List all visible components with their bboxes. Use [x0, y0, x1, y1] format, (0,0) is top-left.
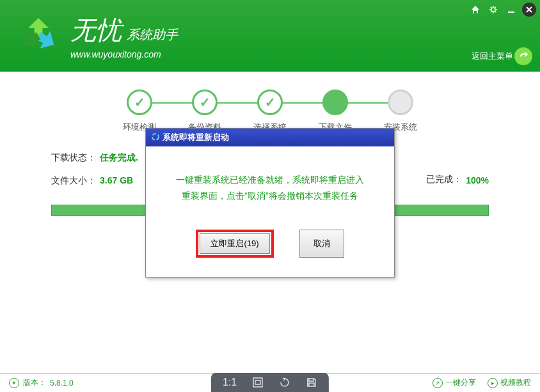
download-status-label: 下载状态：	[51, 152, 96, 164]
step-backup: ✓ 备份资料	[188, 90, 221, 133]
share-icon: ↗	[433, 378, 443, 388]
logo-main-text: 无忧	[70, 13, 122, 48]
cancel-button[interactable]: 取消	[299, 230, 344, 258]
minimize-icon[interactable]	[504, 3, 518, 17]
step-install: 安装系统	[384, 90, 417, 133]
progress-steps: ✓ 环境检测 ✓ 备份资料 ✓ 选择系统 下载文件 安装系统	[0, 90, 540, 133]
restart-now-button[interactable]: 立即重启(19)	[200, 233, 269, 254]
pending-dot-icon	[388, 90, 413, 115]
file-size-value: 3.67 GB	[100, 175, 133, 187]
close-icon[interactable]	[522, 3, 536, 17]
active-dot-icon	[322, 90, 348, 115]
svg-point-2	[152, 134, 159, 140]
play-icon: ▸	[488, 378, 498, 388]
svg-rect-4	[255, 380, 260, 384]
zoom-ratio[interactable]: 1:1	[223, 377, 237, 388]
svg-rect-3	[253, 378, 262, 387]
check-icon: ✓	[257, 90, 283, 115]
window-controls	[468, 3, 536, 17]
complete-value: 100%	[466, 175, 489, 185]
logo-recycle-icon	[13, 10, 64, 61]
gear-icon[interactable]	[486, 3, 500, 17]
check-icon: ✓	[127, 90, 152, 115]
restart-dialog: 系统即将重新启动 一键重装系统已经准备就绪，系统即将重启进入 重装界面，点击“取…	[145, 128, 395, 278]
file-size-label: 文件大小：	[51, 175, 96, 187]
home-icon[interactable]	[468, 3, 482, 17]
app-header: 无忧 系统助手 www.wuyouxitong.com 返回主菜单	[0, 0, 540, 72]
dialog-titlebar: 系统即将重新启动	[146, 129, 394, 146]
image-viewer-toolbar: 1:1	[211, 373, 329, 392]
step-env-check: ✓ 环境检测	[123, 90, 156, 133]
tutorial-button[interactable]: ▸ 视频教程	[488, 377, 531, 388]
step-select-system: ✓ 选择系统	[253, 90, 287, 133]
step-download: 下载文件	[319, 90, 352, 133]
return-menu-label: 返回主菜单	[472, 51, 513, 62]
return-menu-button[interactable]: 返回主菜单	[472, 47, 532, 65]
rotate-icon[interactable]	[279, 377, 290, 388]
version-value: 5.8.1.0	[50, 379, 74, 388]
logo-url-text: www.wuyouxitong.com	[70, 49, 178, 59]
download-status-value: 任务完成.	[100, 152, 138, 164]
restart-button-highlight: 立即重启(19)	[196, 230, 273, 258]
svg-point-0	[491, 8, 495, 12]
fullscreen-icon[interactable]	[252, 377, 264, 388]
save-icon[interactable]	[306, 377, 317, 388]
version-label: 版本：	[23, 377, 46, 388]
share-button[interactable]: ↗ 一键分享	[433, 377, 476, 388]
version-icon: ✦	[9, 378, 19, 388]
dialog-message: 一键重装系统已经准备就绪，系统即将重启进入 重装界面，点击“取消”将会撤销本次重…	[165, 172, 375, 204]
dialog-title-text: 系统即将重新启动	[163, 132, 229, 143]
complete-label: 已完成：	[426, 174, 462, 185]
return-arrow-icon	[514, 47, 532, 65]
check-icon: ✓	[192, 90, 218, 115]
logo-sub-text: 系统助手	[127, 26, 178, 43]
dialog-spinner-icon	[151, 132, 160, 143]
